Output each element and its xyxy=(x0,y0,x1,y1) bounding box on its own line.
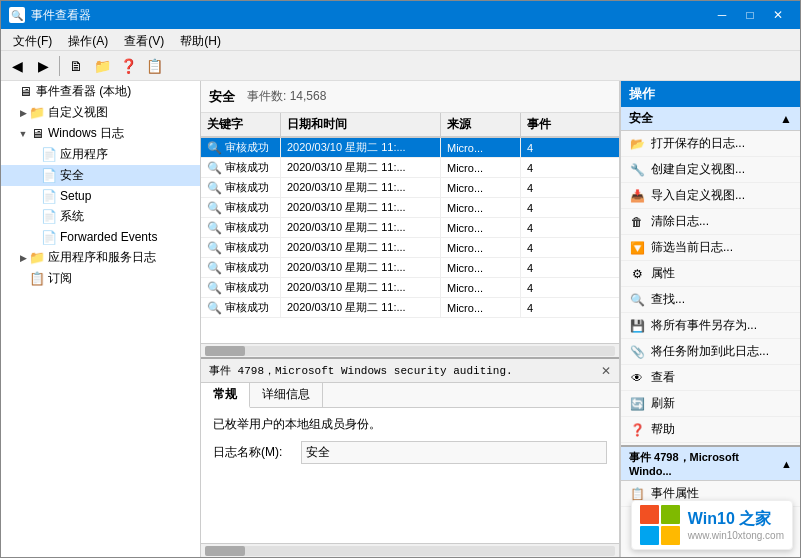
cell-source: Micro... xyxy=(441,138,521,157)
detail-close-button[interactable]: ✕ xyxy=(601,364,611,378)
magnify-icon: 🔍 xyxy=(207,161,222,175)
tree-label-setup: Setup xyxy=(60,189,91,203)
col-event[interactable]: 事件 xyxy=(521,113,561,136)
maximize-button[interactable]: □ xyxy=(736,5,764,25)
cell-source: Micro... xyxy=(441,218,521,237)
action-item[interactable]: 📎将任务附加到此日志... xyxy=(621,339,800,365)
tree-item-setup[interactable]: 📄 Setup xyxy=(1,186,200,206)
cell-source: Micro... xyxy=(441,198,521,217)
action-item[interactable]: 💾将所有事件另存为... xyxy=(621,313,800,339)
tree-icon-windows-log: 🖥 xyxy=(29,126,45,142)
watermark-url-text: www.win10xtong.com xyxy=(688,530,784,541)
close-button[interactable]: ✕ xyxy=(764,5,792,25)
tree-label-security: 安全 xyxy=(60,167,84,184)
table-row[interactable]: 🔍审核成功2020/03/10 星期二 11:...Micro...4 xyxy=(201,218,619,238)
magnify-icon: 🔍 xyxy=(207,281,222,295)
action-item[interactable]: 📥导入自定义视图... xyxy=(621,183,800,209)
table-row[interactable]: 🔍审核成功2020/03/10 星期二 11:...Micro...4 xyxy=(201,238,619,258)
menu-bar: 文件(F) 操作(A) 查看(V) 帮助(H) xyxy=(1,29,800,51)
tree-item-custom[interactable]: ▶ 📁 自定义视图 xyxy=(1,102,200,123)
cell-source: Micro... xyxy=(441,238,521,257)
magnify-icon: 🔍 xyxy=(207,141,222,155)
forward-button[interactable]: ▶ xyxy=(31,54,55,78)
tree-item-app-service[interactable]: ▶ 📁 应用程序和服务日志 xyxy=(1,247,200,268)
col-source[interactable]: 来源 xyxy=(441,113,521,136)
table-row[interactable]: 🔍审核成功2020/03/10 星期二 11:...Micro...4 xyxy=(201,158,619,178)
right-panel: 操作 安全 ▲ 📂打开保存的日志...🔧创建自定义视图...📥导入自定义视图..… xyxy=(620,81,800,557)
action-label: 筛选当前日志... xyxy=(651,239,733,256)
new-button[interactable]: 🗎 xyxy=(64,54,88,78)
actions-chevron-up: ▲ xyxy=(780,112,792,126)
window-controls: ─ □ ✕ xyxy=(708,5,792,25)
hscroll-track xyxy=(205,346,615,356)
tree-item-system[interactable]: 📄 系统 xyxy=(1,206,200,227)
table-row[interactable]: 🔍审核成功2020/03/10 星期二 11:...Micro...4 xyxy=(201,178,619,198)
detail-tab-details[interactable]: 详细信息 xyxy=(250,383,323,407)
cell-datetime: 2020/03/10 星期二 11:... xyxy=(281,298,441,317)
cell-source: Micro... xyxy=(441,278,521,297)
detail-title: 事件 4798，Microsoft Windows security audit… xyxy=(209,363,513,378)
tree-label-windows-log: Windows 日志 xyxy=(48,125,124,142)
menu-file[interactable]: 文件(F) xyxy=(5,31,60,48)
cell-event: 4 xyxy=(521,158,561,177)
detail-content: 已枚举用户的本地组成员身份。 日志名称(M): 安全 xyxy=(201,408,619,543)
tree-item-subscription[interactable]: 📋 订阅 xyxy=(1,268,200,289)
tree-label-app-service: 应用程序和服务日志 xyxy=(48,249,156,266)
tree-arrow-app-service: ▶ xyxy=(17,253,29,263)
action-item[interactable]: ⚙属性 xyxy=(621,261,800,287)
toolbar-separator-1 xyxy=(59,56,60,76)
action-icon: 📎 xyxy=(629,344,645,360)
col-keyword[interactable]: 关键字 xyxy=(201,113,281,136)
detail-tab-general[interactable]: 常规 xyxy=(201,383,250,408)
table-row[interactable]: 🔍审核成功2020/03/10 星期二 11:...Micro...4 xyxy=(201,258,619,278)
center-title: 安全 xyxy=(209,88,235,106)
menu-view[interactable]: 查看(V) xyxy=(116,31,172,48)
action-item[interactable]: 👁查看 xyxy=(621,365,800,391)
tree-item-root[interactable]: 🖥 事件查看器 (本地) xyxy=(1,81,200,102)
action-item[interactable]: 🔧创建自定义视图... xyxy=(621,157,800,183)
action-item[interactable]: 🔽筛选当前日志... xyxy=(621,235,800,261)
action-item[interactable]: 📂打开保存的日志... xyxy=(621,131,800,157)
detail-header: 事件 4798，Microsoft Windows security audit… xyxy=(201,359,619,383)
actions-security-title: 安全 ▲ xyxy=(621,107,800,131)
magnify-icon: 🔍 xyxy=(207,261,222,275)
help-toolbar-button[interactable]: ❓ xyxy=(116,54,140,78)
detail-horizontal-scrollbar[interactable] xyxy=(201,543,619,557)
folder-button[interactable]: 📁 xyxy=(90,54,114,78)
action-item[interactable]: ❓帮助 xyxy=(621,417,800,443)
table-row[interactable]: 🔍审核成功2020/03/10 星期二 11:...Micro...4 xyxy=(201,138,619,158)
action-icon: 🗑 xyxy=(629,214,645,230)
cell-keyword: 🔍审核成功 xyxy=(201,158,281,177)
cell-event: 4 xyxy=(521,258,561,277)
action-label: 将所有事件另存为... xyxy=(651,317,757,334)
menu-help[interactable]: 帮助(H) xyxy=(172,31,229,48)
tree-icon-subscription: 📋 xyxy=(29,271,45,287)
tree-item-security[interactable]: 📄 安全 xyxy=(1,165,200,186)
cell-event: 4 xyxy=(521,198,561,217)
action-item[interactable]: 🔍查找... xyxy=(621,287,800,313)
table-row[interactable]: 🔍审核成功2020/03/10 星期二 11:...Micro...4 xyxy=(201,278,619,298)
action-item[interactable]: 🗑清除日志... xyxy=(621,209,800,235)
horizontal-scrollbar[interactable] xyxy=(201,343,619,357)
menu-action[interactable]: 操作(A) xyxy=(60,31,116,48)
action-icon: ⚙ xyxy=(629,266,645,282)
watermark-text: Win10 之家 www.win10xtong.com xyxy=(688,509,784,541)
tree-item-forwarded[interactable]: 📄 Forwarded Events xyxy=(1,227,200,247)
tree-panel: 🖥 事件查看器 (本地) ▶ 📁 自定义视图 ▼ 🖥 Windows 日志 📄 … xyxy=(1,81,201,557)
detail-field-label-logname: 日志名称(M): xyxy=(213,444,293,461)
minimize-button[interactable]: ─ xyxy=(708,5,736,25)
tree-icon-root: 🖥 xyxy=(17,84,33,100)
action-item[interactable]: 🔄刷新 xyxy=(621,391,800,417)
tree-icon-setup: 📄 xyxy=(41,188,57,204)
detail-field-value-logname: 安全 xyxy=(301,441,607,464)
tree-item-app[interactable]: 📄 应用程序 xyxy=(1,144,200,165)
back-button[interactable]: ◀ xyxy=(5,54,29,78)
export-button[interactable]: 📋 xyxy=(142,54,166,78)
table-row[interactable]: 🔍审核成功2020/03/10 星期二 11:...Micro...4 xyxy=(201,198,619,218)
table-row[interactable]: 🔍审核成功2020/03/10 星期二 11:...Micro...4 xyxy=(201,298,619,318)
tree-item-windows-log[interactable]: ▼ 🖥 Windows 日志 xyxy=(1,123,200,144)
cell-source: Micro... xyxy=(441,178,521,197)
magnify-icon: 🔍 xyxy=(207,221,222,235)
tree-icon-security: 📄 xyxy=(41,168,57,184)
col-datetime[interactable]: 日期和时间 xyxy=(281,113,441,136)
